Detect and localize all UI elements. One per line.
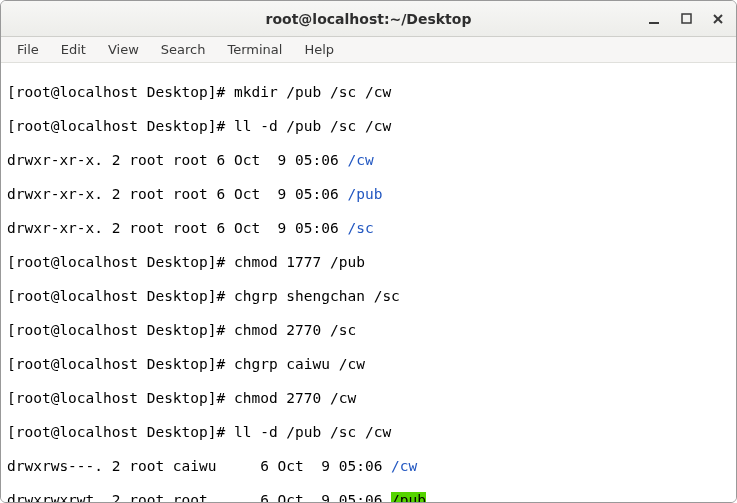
command-text: chgrp shengchan /sc <box>234 288 400 304</box>
dir-path: /sc <box>347 220 373 236</box>
terminal-area[interactable]: [root@localhost Desktop]# mkdir /pub /sc… <box>1 63 736 503</box>
term-line: [root@localhost Desktop]# chgrp shengcha… <box>7 288 730 305</box>
prompt: [root@localhost Desktop]# <box>7 322 234 338</box>
dir-path: /cw <box>347 152 373 168</box>
ls-output: drwxr-xr-x. 2 root root 6 Oct 9 05:06 <box>7 152 347 168</box>
ls-output: drwxrwxrwt. 2 root root 6 Oct 9 05:06 <box>7 492 391 503</box>
term-line: drwxrwxrwt. 2 root root 6 Oct 9 05:06 /p… <box>7 492 730 503</box>
term-line: [root@localhost Desktop]# chmod 2770 /sc <box>7 322 730 339</box>
prompt: [root@localhost Desktop]# <box>7 390 234 406</box>
term-line: drwxrws---. 2 root caiwu 6 Oct 9 05:06 /… <box>7 458 730 475</box>
menubar: File Edit View Search Terminal Help <box>1 37 736 63</box>
prompt: [root@localhost Desktop]# <box>7 356 234 372</box>
command-text: mkdir /pub /sc /cw <box>234 84 391 100</box>
dir-path: /cw <box>391 458 417 474</box>
ls-output: drwxr-xr-x. 2 root root 6 Oct 9 05:06 <box>7 186 347 202</box>
menu-terminal[interactable]: Terminal <box>217 40 292 59</box>
close-icon <box>712 13 724 25</box>
minimize-button[interactable] <box>646 11 662 27</box>
prompt: [root@localhost Desktop]# <box>7 254 234 270</box>
menu-file[interactable]: File <box>7 40 49 59</box>
window-title: root@localhost:~/Desktop <box>1 11 736 27</box>
svg-rect-1 <box>682 14 691 23</box>
term-line: [root@localhost Desktop]# ll -d /pub /sc… <box>7 118 730 135</box>
menu-help[interactable]: Help <box>294 40 344 59</box>
command-text: chmod 1777 /pub <box>234 254 365 270</box>
close-button[interactable] <box>710 11 726 27</box>
menu-view[interactable]: View <box>98 40 149 59</box>
minimize-icon <box>648 13 660 25</box>
command-text: chgrp caiwu /cw <box>234 356 365 372</box>
dir-path: /pub <box>347 186 382 202</box>
term-line: [root@localhost Desktop]# ll -d /pub /sc… <box>7 424 730 441</box>
maximize-icon <box>681 13 692 24</box>
command-text: ll -d /pub /sc /cw <box>234 424 391 440</box>
ls-output: drwxrws---. 2 root caiwu 6 Oct 9 05:06 <box>7 458 391 474</box>
command-text: ll -d /pub /sc /cw <box>234 118 391 134</box>
titlebar: root@localhost:~/Desktop <box>1 1 736 37</box>
prompt: [root@localhost Desktop]# <box>7 118 234 134</box>
prompt: [root@localhost Desktop]# <box>7 288 234 304</box>
prompt: [root@localhost Desktop]# <box>7 424 234 440</box>
maximize-button[interactable] <box>678 11 694 27</box>
term-line: [root@localhost Desktop]# chgrp caiwu /c… <box>7 356 730 373</box>
prompt: [root@localhost Desktop]# <box>7 84 234 100</box>
dir-path-highlight: /pub <box>391 492 426 503</box>
term-line: [root@localhost Desktop]# chmod 2770 /cw <box>7 390 730 407</box>
ls-output: drwxr-xr-x. 2 root root 6 Oct 9 05:06 <box>7 220 347 236</box>
command-text: chmod 2770 /cw <box>234 390 356 406</box>
term-line: [root@localhost Desktop]# chmod 1777 /pu… <box>7 254 730 271</box>
term-line: drwxr-xr-x. 2 root root 6 Oct 9 05:06 /s… <box>7 220 730 237</box>
command-text: chmod 2770 /sc <box>234 322 356 338</box>
term-line: drwxr-xr-x. 2 root root 6 Oct 9 05:06 /c… <box>7 152 730 169</box>
window-controls <box>646 11 736 27</box>
term-line: [root@localhost Desktop]# mkdir /pub /sc… <box>7 84 730 101</box>
menu-search[interactable]: Search <box>151 40 216 59</box>
term-line: drwxr-xr-x. 2 root root 6 Oct 9 05:06 /p… <box>7 186 730 203</box>
menu-edit[interactable]: Edit <box>51 40 96 59</box>
